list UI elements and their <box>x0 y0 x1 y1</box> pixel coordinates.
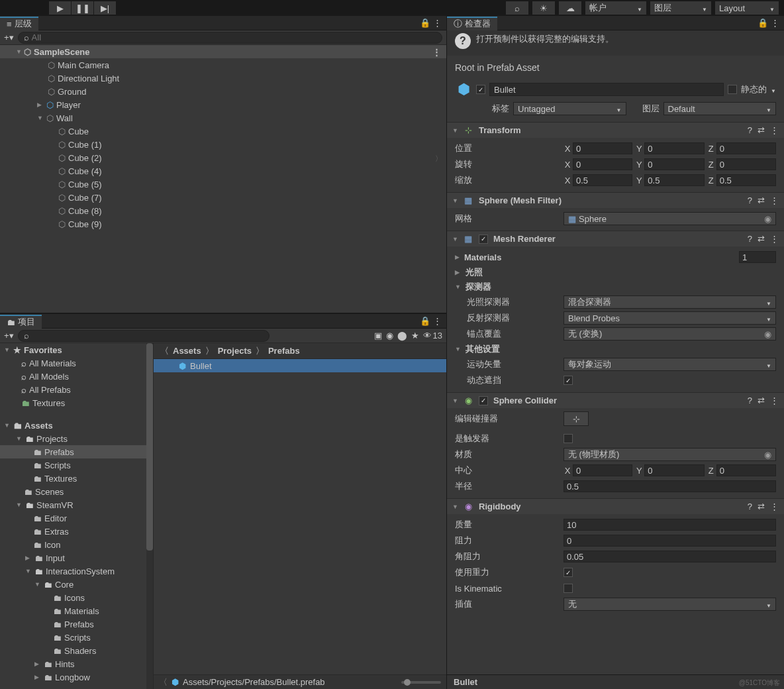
hierarchy-item[interactable]: Cube (4) <box>0 164 446 178</box>
scene-row[interactable]: ▼SampleScene⋮ <box>0 45 446 58</box>
tree-item[interactable]: Materials <box>0 604 153 617</box>
more-icon[interactable]: ⋮ <box>770 396 779 405</box>
tree-item[interactable]: Shaders <box>0 644 153 657</box>
tag-icon[interactable]: ⬤ <box>397 331 407 341</box>
more-icon[interactable]: ⋮ <box>432 316 442 326</box>
tree-item[interactable]: All Prefabs <box>0 383 153 396</box>
component-rigidbody[interactable]: ▼Rigidbody?⇄⋮ <box>447 498 784 514</box>
object-picker-icon[interactable]: ◉ <box>764 214 771 224</box>
preset-icon[interactable]: ⇄ <box>758 234 765 244</box>
refl-probe-dropdown[interactable]: Blend Probes <box>564 311 776 325</box>
physic-material-field[interactable]: 无 (物理材质)◉ <box>564 448 776 461</box>
project-tab[interactable]: 🖿项目 <box>0 315 42 329</box>
light-icon[interactable]: ☀ <box>532 1 555 15</box>
scale-x-input[interactable]: 0.5 <box>573 174 632 186</box>
play-button[interactable]: ▶ <box>49 1 72 15</box>
lock-icon[interactable]: 🔒 <box>420 316 430 326</box>
hierarchy-panel[interactable]: ▼SampleScene⋮ Main Camera Directional Li… <box>0 45 446 313</box>
more-icon[interactable]: ⋮ <box>770 195 779 205</box>
static-checkbox[interactable] <box>728 85 737 94</box>
tree-item-selected[interactable]: Prefabs <box>0 445 153 458</box>
scale-y-input[interactable]: 0.5 <box>644 174 704 186</box>
tree-item[interactable]: All Materials <box>0 356 153 370</box>
breadcrumb[interactable]: 〈 Assets〉 Projects〉 Prefabs <box>154 343 446 359</box>
rot-x-input[interactable]: 0 <box>573 158 632 170</box>
center-z-input[interactable]: 0 <box>716 464 776 476</box>
materials-count[interactable]: 1 <box>739 251 776 263</box>
project-tree[interactable]: ▼Favorites All Materials All Models All … <box>0 343 154 689</box>
preset-icon[interactable]: ⇄ <box>758 195 765 205</box>
project-search[interactable]: ⌕ <box>18 330 270 342</box>
hierarchy-item[interactable]: Main Camera <box>0 58 446 72</box>
center-y-input[interactable]: 0 <box>644 464 704 476</box>
hierarchy-item[interactable]: Cube (2) <box>0 151 446 164</box>
scale-z-input[interactable]: 0.5 <box>716 174 776 186</box>
help-icon[interactable]: ? <box>748 234 752 244</box>
inspector-tab[interactable]: ⓘ检查器 <box>447 17 497 30</box>
trigger-checkbox[interactable] <box>564 434 573 443</box>
tree-item[interactable]: ▶Longbow <box>0 670 153 684</box>
more-icon[interactable]: ⋮ <box>432 18 442 28</box>
lock-icon[interactable]: 🔒 <box>758 18 768 28</box>
hierarchy-search[interactable]: ⌕ <box>18 32 442 44</box>
step-button[interactable]: ▶| <box>94 1 117 15</box>
account-dropdown[interactable]: 帐户 <box>585 1 646 15</box>
radius-input[interactable]: 0.5 <box>564 480 776 492</box>
light-probe-dropdown[interactable]: 混合探测器 <box>564 295 776 309</box>
preset-icon[interactable]: ⇄ <box>758 125 765 135</box>
project-content[interactable]: Bullet <box>154 359 446 674</box>
tree-item[interactable]: Textures <box>0 472 153 485</box>
hierarchy-item[interactable]: Cube (9) <box>0 217 446 231</box>
tree-item[interactable]: Editor <box>0 511 153 525</box>
layers-dropdown[interactable]: 图层 <box>650 1 711 15</box>
tree-item[interactable]: ▼SteamVR <box>0 498 153 511</box>
filter-icon[interactable]: ◉ <box>386 331 393 341</box>
motion-dropdown[interactable]: 每对象运动 <box>564 358 776 371</box>
center-x-input[interactable]: 0 <box>573 464 632 476</box>
static-dropdown[interactable] <box>771 85 776 95</box>
filter-icon[interactable]: ▣ <box>374 331 382 341</box>
pause-button[interactable]: ❚❚ <box>72 1 94 15</box>
object-picker-icon[interactable]: ◉ <box>764 329 771 339</box>
tree-item[interactable]: Prefabs <box>0 617 153 631</box>
hierarchy-item[interactable]: Cube (7) <box>0 191 446 204</box>
rot-z-input[interactable]: 0 <box>716 158 776 170</box>
pos-x-input[interactable]: 0 <box>573 142 632 154</box>
angular-drag-input[interactable]: 0.05 <box>564 551 776 562</box>
mass-input[interactable]: 10 <box>564 519 776 531</box>
kinematic-checkbox[interactable] <box>564 584 573 593</box>
layout-dropdown[interactable]: Layout <box>715 1 779 15</box>
prefab-info-banner[interactable]: ?打开预制件以获得完整的编辑支持。 <box>447 30 784 56</box>
tree-item[interactable]: Scripts <box>0 631 153 644</box>
interpolate-dropdown[interactable]: 无 <box>564 598 776 611</box>
preset-icon[interactable]: ⇄ <box>758 396 765 405</box>
rot-y-input[interactable]: 0 <box>644 158 704 170</box>
more-icon[interactable]: ⋮ <box>770 125 779 135</box>
lock-icon[interactable]: 🔒 <box>420 18 430 28</box>
help-icon[interactable]: ? <box>748 396 752 405</box>
help-icon[interactable]: ? <box>748 195 752 205</box>
component-transform[interactable]: ▼Transform?⇄⋮ <box>447 122 784 138</box>
tree-item[interactable]: ▼Projects <box>0 432 153 445</box>
pos-y-input[interactable]: 0 <box>644 142 704 154</box>
tree-item[interactable]: Icon <box>0 538 153 551</box>
mesh-field[interactable]: ▦Sphere◉ <box>564 212 776 225</box>
tree-item[interactable]: Icons <box>0 591 153 604</box>
help-icon[interactable]: ? <box>748 125 752 135</box>
hierarchy-item-player[interactable]: ▶Player <box>0 98 446 111</box>
gravity-checkbox[interactable] <box>564 568 573 577</box>
active-checkbox[interactable] <box>476 85 485 94</box>
tag-dropdown[interactable]: Untagged <box>513 102 626 115</box>
more-icon[interactable]: ⋮ <box>770 234 779 244</box>
hierarchy-item[interactable]: Cube (8) <box>0 204 446 217</box>
star-icon[interactable]: ★ <box>411 331 419 341</box>
enabled-checkbox[interactable] <box>479 396 488 405</box>
enabled-checkbox[interactable] <box>479 235 488 244</box>
preset-icon[interactable]: ⇄ <box>758 502 765 511</box>
more-icon[interactable]: ⋮ <box>432 47 441 57</box>
tree-item[interactable]: ▼Core <box>0 578 153 591</box>
hierarchy-item-wall[interactable]: ▼Wall <box>0 111 446 125</box>
tree-item[interactable]: ▼InteractionSystem <box>0 564 153 578</box>
component-collider[interactable]: ▼Sphere Collider?⇄⋮ <box>447 392 784 408</box>
cloud-icon[interactable]: ☁ <box>559 1 581 15</box>
